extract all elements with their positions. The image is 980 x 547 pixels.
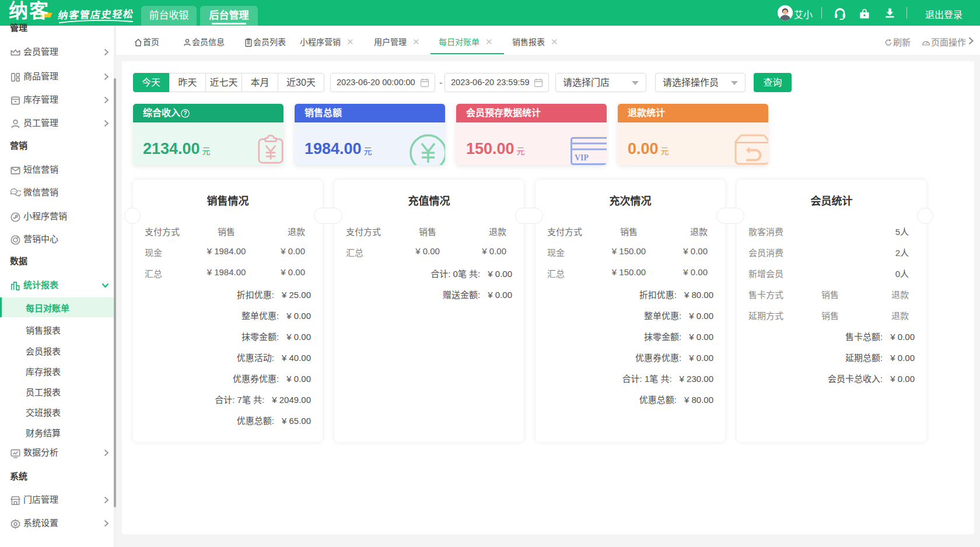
svg-text:VIP: VIP <box>575 153 589 162</box>
svg-text:?: ? <box>183 110 187 117</box>
